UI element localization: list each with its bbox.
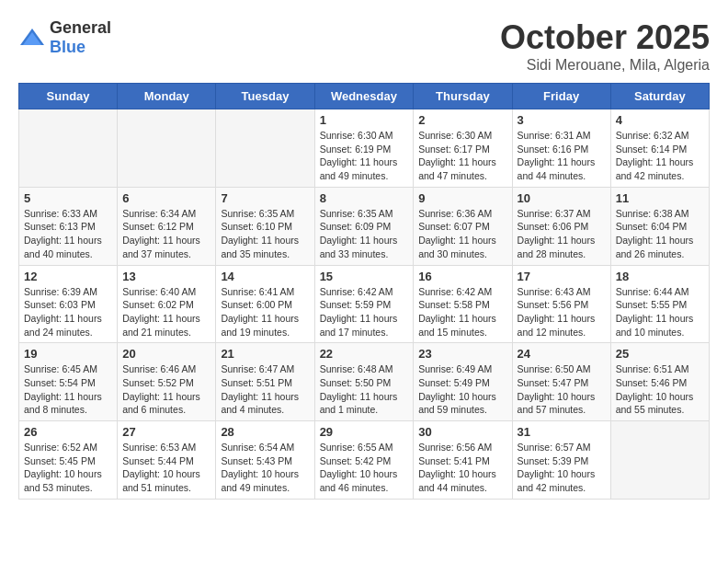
day-number: 24	[518, 347, 606, 361]
day-info: Sunrise: 6:56 AM Sunset: 5:41 PM Dayligh…	[418, 441, 506, 495]
table-row: 10Sunrise: 6:37 AM Sunset: 6:06 PM Dayli…	[512, 187, 610, 265]
day-info: Sunrise: 6:36 AM Sunset: 6:07 PM Dayligh…	[418, 207, 506, 261]
table-row: 15Sunrise: 6:42 AM Sunset: 5:59 PM Dayli…	[314, 265, 414, 343]
table-row: 24Sunrise: 6:50 AM Sunset: 5:47 PM Dayli…	[512, 343, 610, 421]
day-number: 17	[518, 270, 606, 283]
day-info: Sunrise: 6:45 AM Sunset: 5:54 PM Dayligh…	[24, 362, 112, 417]
header: General Blue October 2025 Sidi Merouane,…	[18, 18, 710, 74]
table-row: 22Sunrise: 6:48 AM Sunset: 5:50 PM Dayli…	[314, 343, 414, 421]
logo-icon	[18, 27, 46, 49]
day-number: 30	[418, 425, 506, 439]
day-number: 23	[418, 347, 506, 361]
day-info: Sunrise: 6:43 AM Sunset: 5:56 PM Dayligh…	[518, 285, 606, 339]
col-sunday: Sunday	[19, 84, 118, 109]
table-row: 9Sunrise: 6:36 AM Sunset: 6:07 PM Daylig…	[414, 187, 512, 265]
day-number: 4	[616, 113, 704, 127]
table-row: 17Sunrise: 6:43 AM Sunset: 5:56 PM Dayli…	[512, 265, 610, 343]
day-number: 5	[24, 191, 112, 205]
day-number: 19	[24, 347, 112, 361]
calendar-week-row: 12Sunrise: 6:39 AM Sunset: 6:03 PM Dayli…	[19, 265, 710, 343]
day-number: 31	[518, 425, 606, 439]
calendar: Sunday Monday Tuesday Wednesday Thursday…	[18, 83, 710, 500]
day-number: 18	[616, 270, 704, 283]
col-friday: Friday	[512, 84, 610, 109]
day-info: Sunrise: 6:44 AM Sunset: 5:55 PM Dayligh…	[616, 285, 704, 339]
table-row	[19, 109, 118, 188]
day-info: Sunrise: 6:53 AM Sunset: 5:44 PM Dayligh…	[122, 441, 210, 495]
day-info: Sunrise: 6:30 AM Sunset: 6:19 PM Dayligh…	[320, 129, 409, 183]
table-row	[118, 109, 216, 188]
col-tuesday: Tuesday	[216, 84, 314, 109]
day-info: Sunrise: 6:37 AM Sunset: 6:06 PM Dayligh…	[518, 207, 606, 261]
day-info: Sunrise: 6:49 AM Sunset: 5:49 PM Dayligh…	[418, 362, 506, 417]
day-number: 15	[320, 270, 409, 283]
table-row: 7Sunrise: 6:35 AM Sunset: 6:10 PM Daylig…	[216, 187, 314, 265]
table-row: 18Sunrise: 6:44 AM Sunset: 5:55 PM Dayli…	[610, 265, 709, 343]
day-info: Sunrise: 6:32 AM Sunset: 6:14 PM Dayligh…	[616, 129, 704, 183]
day-info: Sunrise: 6:46 AM Sunset: 5:52 PM Dayligh…	[122, 362, 210, 417]
day-number: 14	[221, 270, 309, 283]
day-number: 12	[24, 270, 112, 283]
table-row: 23Sunrise: 6:49 AM Sunset: 5:49 PM Dayli…	[414, 343, 512, 421]
day-info: Sunrise: 6:40 AM Sunset: 6:02 PM Dayligh…	[122, 285, 210, 339]
table-row	[216, 109, 314, 188]
table-row: 27Sunrise: 6:53 AM Sunset: 5:44 PM Dayli…	[118, 421, 216, 500]
day-number: 10	[518, 191, 606, 205]
day-number: 7	[221, 191, 309, 205]
day-info: Sunrise: 6:35 AM Sunset: 6:10 PM Dayligh…	[221, 207, 309, 261]
day-number: 2	[418, 113, 506, 127]
day-number: 26	[24, 425, 112, 439]
day-info: Sunrise: 6:57 AM Sunset: 5:39 PM Dayligh…	[518, 441, 606, 495]
day-info: Sunrise: 6:34 AM Sunset: 6:12 PM Dayligh…	[122, 207, 210, 261]
col-saturday: Saturday	[610, 84, 709, 109]
table-row: 28Sunrise: 6:54 AM Sunset: 5:43 PM Dayli…	[216, 421, 314, 500]
day-info: Sunrise: 6:33 AM Sunset: 6:13 PM Dayligh…	[24, 207, 112, 261]
table-row: 26Sunrise: 6:52 AM Sunset: 5:45 PM Dayli…	[19, 421, 118, 500]
day-number: 8	[320, 191, 409, 205]
table-row	[610, 421, 709, 500]
table-row: 31Sunrise: 6:57 AM Sunset: 5:39 PM Dayli…	[512, 421, 610, 500]
table-row: 6Sunrise: 6:34 AM Sunset: 6:12 PM Daylig…	[118, 187, 216, 265]
logo-blue: Blue	[50, 38, 85, 56]
day-number: 1	[320, 113, 409, 127]
logo: General Blue	[18, 18, 111, 57]
logo-general: General	[50, 18, 111, 37]
table-row: 1Sunrise: 6:30 AM Sunset: 6:19 PM Daylig…	[314, 109, 414, 188]
table-row: 21Sunrise: 6:47 AM Sunset: 5:51 PM Dayli…	[216, 343, 314, 421]
calendar-week-row: 5Sunrise: 6:33 AM Sunset: 6:13 PM Daylig…	[19, 187, 710, 265]
calendar-week-row: 1Sunrise: 6:30 AM Sunset: 6:19 PM Daylig…	[19, 109, 710, 188]
day-info: Sunrise: 6:31 AM Sunset: 6:16 PM Dayligh…	[518, 129, 606, 183]
day-info: Sunrise: 6:51 AM Sunset: 5:46 PM Dayligh…	[616, 362, 704, 417]
day-info: Sunrise: 6:54 AM Sunset: 5:43 PM Dayligh…	[221, 441, 309, 495]
title-area: October 2025 Sidi Merouane, Mila, Algeri…	[500, 18, 710, 74]
table-row: 16Sunrise: 6:42 AM Sunset: 5:58 PM Dayli…	[414, 265, 512, 343]
day-number: 3	[518, 113, 606, 127]
table-row: 14Sunrise: 6:41 AM Sunset: 6:00 PM Dayli…	[216, 265, 314, 343]
logo-text: General Blue	[50, 18, 111, 57]
day-number: 16	[418, 270, 506, 283]
day-number: 13	[122, 270, 210, 283]
day-info: Sunrise: 6:47 AM Sunset: 5:51 PM Dayligh…	[221, 362, 309, 417]
day-info: Sunrise: 6:30 AM Sunset: 6:17 PM Dayligh…	[418, 129, 506, 183]
table-row: 4Sunrise: 6:32 AM Sunset: 6:14 PM Daylig…	[610, 109, 709, 188]
day-info: Sunrise: 6:50 AM Sunset: 5:47 PM Dayligh…	[518, 362, 606, 417]
day-number: 27	[122, 425, 210, 439]
day-info: Sunrise: 6:38 AM Sunset: 6:04 PM Dayligh…	[616, 207, 704, 261]
table-row: 5Sunrise: 6:33 AM Sunset: 6:13 PM Daylig…	[19, 187, 118, 265]
calendar-header-row: Sunday Monday Tuesday Wednesday Thursday…	[19, 84, 710, 109]
day-number: 9	[418, 191, 506, 205]
table-row: 3Sunrise: 6:31 AM Sunset: 6:16 PM Daylig…	[512, 109, 610, 188]
day-info: Sunrise: 6:52 AM Sunset: 5:45 PM Dayligh…	[24, 441, 112, 495]
day-info: Sunrise: 6:42 AM Sunset: 5:58 PM Dayligh…	[418, 285, 506, 339]
day-number: 22	[320, 347, 409, 361]
location-subtitle: Sidi Merouane, Mila, Algeria	[500, 57, 710, 74]
table-row: 30Sunrise: 6:56 AM Sunset: 5:41 PM Dayli…	[414, 421, 512, 500]
day-info: Sunrise: 6:41 AM Sunset: 6:00 PM Dayligh…	[221, 285, 309, 339]
month-title: October 2025	[500, 18, 710, 57]
day-info: Sunrise: 6:55 AM Sunset: 5:42 PM Dayligh…	[320, 441, 409, 495]
col-monday: Monday	[118, 84, 216, 109]
col-wednesday: Wednesday	[314, 84, 414, 109]
day-number: 11	[616, 191, 704, 205]
table-row: 19Sunrise: 6:45 AM Sunset: 5:54 PM Dayli…	[19, 343, 118, 421]
table-row: 8Sunrise: 6:35 AM Sunset: 6:09 PM Daylig…	[314, 187, 414, 265]
